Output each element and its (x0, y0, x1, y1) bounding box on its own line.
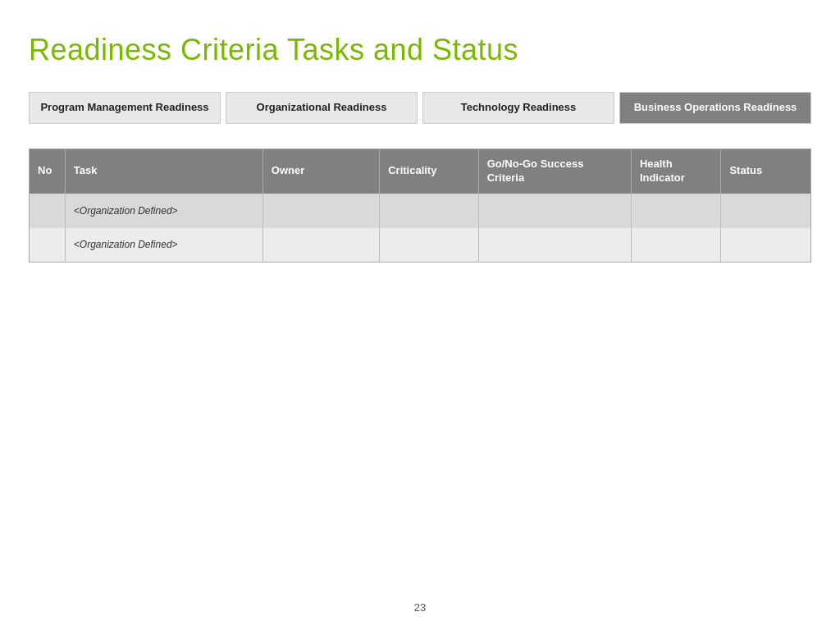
tab-program-management[interactable]: Program Management Readiness (29, 92, 221, 124)
col-header-status: Status (721, 148, 811, 193)
cell-owner-2 (262, 228, 379, 262)
col-header-criticality: Criticality (380, 148, 478, 193)
cell-no-2 (30, 228, 66, 262)
table-row: <Organization Defined> (30, 194, 811, 228)
category-tabs: Program Management Readiness Organizatio… (29, 92, 811, 124)
cell-gonogo-2 (478, 228, 631, 262)
readiness-table: No Task Owner Criticality Go/No-Go Succe… (29, 148, 811, 262)
col-header-task: Task (65, 148, 262, 193)
cell-status-2 (721, 228, 811, 262)
col-header-health: Health Indicator (631, 148, 721, 193)
cell-health-2 (631, 228, 721, 262)
cell-criticality-2 (380, 228, 478, 262)
col-header-no: No (30, 148, 66, 193)
cell-criticality-1 (380, 194, 478, 228)
cell-task-2: <Organization Defined> (65, 228, 262, 262)
page-container: Readiness Criteria Tasks and Status Prog… (0, 0, 840, 630)
cell-owner-1 (262, 194, 379, 228)
tab-business-operations[interactable]: Business Operations Readiness (619, 92, 811, 124)
cell-status-1 (721, 194, 811, 228)
cell-no-1 (30, 194, 66, 228)
cell-health-1 (631, 194, 721, 228)
col-header-gonogo: Go/No-Go Success Criteria (478, 148, 631, 193)
col-header-owner: Owner (262, 148, 379, 193)
tab-organizational[interactable]: Organizational Readiness (226, 92, 418, 124)
table-header-row: No Task Owner Criticality Go/No-Go Succe… (30, 148, 811, 193)
cell-gonogo-1 (478, 194, 631, 228)
table-row: <Organization Defined> (30, 228, 811, 262)
cell-task-1: <Organization Defined> (65, 194, 262, 228)
page-title: Readiness Criteria Tasks and Status (29, 33, 811, 67)
tab-technology[interactable]: Technology Readiness (422, 92, 614, 124)
page-number: 23 (414, 601, 426, 614)
